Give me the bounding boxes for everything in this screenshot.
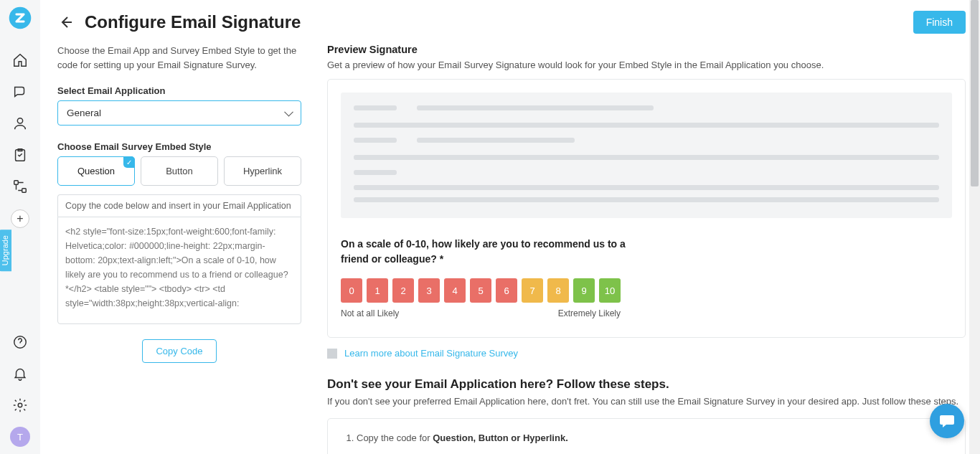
nps-question: On a scale of 0-10, how likely are you t… (341, 237, 642, 267)
nps-7[interactable]: 7 (522, 278, 543, 303)
preview-heading: Preview Signature (327, 44, 966, 55)
nps-1[interactable]: 1 (367, 278, 388, 303)
svg-rect-4 (22, 189, 27, 193)
embed-tab-button[interactable]: Button (141, 156, 218, 186)
preview-sub: Get a preview of how your Email Survey S… (327, 60, 966, 70)
nps-8[interactable]: 8 (547, 278, 569, 303)
learn-more-link[interactable]: Learn more about Email Signature Survey (344, 348, 518, 359)
skeleton-placeholder (341, 93, 952, 218)
contacts-icon[interactable] (11, 115, 29, 132)
preview-card: On a scale of 0-10, how likely are you t… (327, 79, 966, 338)
nps-5[interactable]: 5 (470, 278, 491, 303)
svg-point-6 (18, 403, 22, 407)
tasks-icon[interactable] (11, 146, 29, 164)
left-sidebar: + Upgrade T (0, 0, 40, 454)
nps-2[interactable]: 2 (392, 278, 414, 303)
workflow-icon[interactable] (11, 178, 29, 195)
nps-low-label: Not at all Likely (341, 308, 399, 318)
steps-sub: If you don't see your preferred Email Ap… (327, 396, 966, 407)
steps-heading: Don't see your Email Application here? F… (327, 377, 966, 392)
settings-icon[interactable] (11, 397, 29, 414)
embed-style-label: Choose Email Survey Embed Style (57, 141, 301, 152)
code-caption: Copy the code below and insert in your E… (57, 194, 301, 217)
code-textarea[interactable] (57, 217, 301, 324)
nps-3[interactable]: 3 (418, 278, 440, 303)
window-scrollbar[interactable] (969, 0, 980, 454)
steps-card: Copy the code for Question, Button or Hy… (327, 418, 966, 454)
user-avatar[interactable]: T (10, 427, 30, 447)
back-arrow-icon[interactable] (57, 14, 75, 31)
nps-0[interactable]: 0 (341, 278, 362, 303)
finish-button[interactable]: Finish (913, 11, 966, 34)
nps-scale: 0 1 2 3 4 5 6 7 8 9 10 (341, 278, 952, 303)
select-app-label: Select Email Application (57, 85, 301, 96)
brand-logo[interactable] (8, 6, 32, 30)
step-1: Copy the code for Question, Button or Hy… (357, 430, 949, 446)
copy-code-button[interactable]: Copy Code (142, 339, 216, 363)
page-title: Configure Email Signature (85, 12, 301, 32)
notifications-icon[interactable] (11, 365, 29, 382)
email-app-select[interactable]: General (57, 100, 301, 126)
intro-text: Choose the Email App and Survey Embed St… (57, 44, 301, 72)
config-panel: Choose the Email App and Survey Embed St… (57, 44, 301, 454)
nps-high-label: Extremely Likely (558, 308, 621, 318)
nps-6[interactable]: 6 (496, 278, 517, 303)
messages-icon[interactable] (11, 83, 29, 100)
svg-point-1 (17, 118, 22, 123)
nps-10[interactable]: 10 (599, 278, 621, 303)
preview-panel: Preview Signature Get a preview of how y… (327, 44, 966, 454)
home-icon[interactable] (11, 52, 29, 69)
add-button[interactable]: + (11, 209, 29, 228)
svg-rect-3 (14, 181, 19, 185)
learn-more-icon (327, 349, 337, 359)
embed-tab-hyperlink[interactable]: Hyperlink (224, 156, 301, 186)
nps-4[interactable]: 4 (444, 278, 466, 303)
upgrade-tab[interactable]: Upgrade (0, 230, 11, 271)
embed-tab-question[interactable]: Question (57, 156, 135, 186)
help-icon[interactable] (11, 334, 29, 351)
nps-9[interactable]: 9 (573, 278, 595, 303)
main-content: Configure Email Signature Finish Choose … (40, 0, 980, 454)
chat-launcher-icon[interactable] (930, 404, 964, 438)
